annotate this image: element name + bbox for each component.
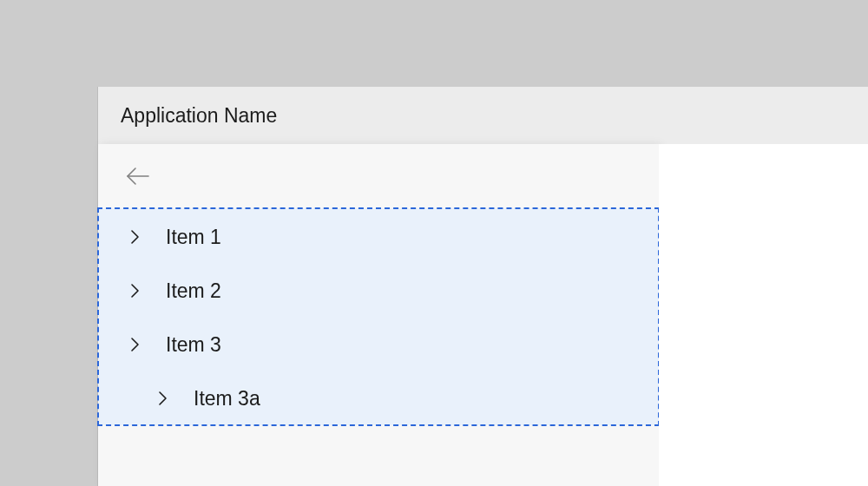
window-titlebar: Application Name <box>98 87 868 144</box>
chevron-right-icon[interactable] <box>126 336 143 353</box>
tree-item-label: Item 3 <box>166 333 221 357</box>
app-title: Application Name <box>121 104 277 128</box>
chevron-right-icon[interactable] <box>154 390 171 407</box>
app-window: Application Name <box>98 87 868 486</box>
chevron-right-icon[interactable] <box>126 282 143 299</box>
back-arrow-icon <box>125 166 151 187</box>
content-pane <box>659 144 868 486</box>
chevron-right-icon[interactable] <box>126 228 143 246</box>
tree-item[interactable]: Item 3 <box>98 318 659 371</box>
window-body: Item 1 Item 2 Item 3 <box>98 144 868 486</box>
tree-item[interactable]: Item 3a <box>98 371 659 425</box>
nav-header <box>98 144 659 208</box>
tree-view-selection: Item 1 Item 2 Item 3 <box>98 208 659 425</box>
tree-item[interactable]: Item 1 <box>98 210 659 264</box>
tree-item[interactable]: Item 2 <box>98 264 659 318</box>
navigation-pane: Item 1 Item 2 Item 3 <box>98 144 659 486</box>
tree-item-label: Item 3a <box>194 387 260 410</box>
tree-item-label: Item 2 <box>166 279 221 303</box>
tree-item-label: Item 1 <box>166 226 221 249</box>
back-button[interactable] <box>121 159 155 194</box>
